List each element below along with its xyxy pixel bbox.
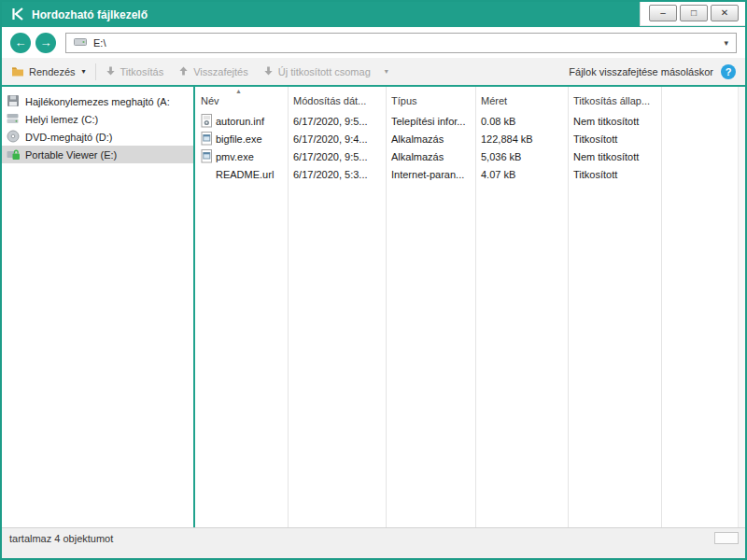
locked-drive-icon bbox=[7, 147, 21, 161]
file-name: autorun.inf bbox=[216, 116, 264, 127]
encrypt-label: Titkosítás bbox=[120, 66, 164, 77]
drive-sidebar: Hajlékonylemezes meghajtó (A: Helyi leme… bbox=[2, 87, 193, 527]
status-bar: tartalmaz 4 objektumot bbox=[2, 527, 745, 558]
file-encryption-status: Nem titkosított bbox=[568, 112, 661, 130]
portable-file-manager-window: Hordozható fájlkezelő – □ ✕ ← → E:\ ▾ bbox=[0, 0, 747, 560]
file-modified: 6/17/2020, 5:3... bbox=[288, 165, 386, 183]
decrypt-label: Visszafejtés bbox=[193, 66, 248, 77]
url-file-icon bbox=[201, 167, 213, 181]
sidebar-item-drive-d[interactable]: DVD-meghajtó (D:) bbox=[2, 128, 193, 146]
organize-label: Rendezés bbox=[29, 66, 76, 77]
navigation-bar: ← → E:\ ▾ bbox=[2, 27, 745, 58]
file-size: 122,884 kB bbox=[475, 130, 568, 147]
title-bar: Hordozható fájlkezelő – □ ✕ bbox=[2, 2, 745, 27]
arrow-down-icon bbox=[263, 65, 274, 78]
horizontal-scrollbar[interactable] bbox=[714, 532, 739, 544]
kaspersky-logo-icon bbox=[9, 6, 26, 22]
file-modified: 6/17/2020, 9:5... bbox=[288, 112, 386, 130]
sidebar-item-drive-c[interactable]: Helyi lemez (C:) bbox=[2, 110, 193, 128]
back-button[interactable]: ← bbox=[10, 33, 31, 53]
file-name: README.url bbox=[216, 169, 274, 180]
file-rows: autorun.inf 6/17/2020, 9:5... Telepítési… bbox=[195, 112, 737, 183]
drive-label: Portable Viewer (E:) bbox=[25, 149, 117, 161]
column-header-type[interactable]: Típus bbox=[386, 91, 475, 109]
drive-label: Hajlékonylemezes meghajtó (A: bbox=[25, 96, 170, 107]
forward-button[interactable]: → bbox=[35, 33, 56, 53]
file-modified: 6/17/2020, 9:4... bbox=[288, 130, 386, 147]
close-button[interactable]: ✕ bbox=[711, 5, 739, 21]
column-header-encryption-status[interactable]: Titkosítás állap... bbox=[568, 91, 661, 109]
file-encryption-status: Titkosított bbox=[568, 165, 661, 183]
dvd-drive-icon bbox=[7, 130, 21, 144]
file-list: ▲ Név Módosítás dát... Típus Méret Titko… bbox=[195, 87, 737, 527]
column-header-modified[interactable]: Módosítás dát... bbox=[288, 91, 386, 109]
file-row-pmv-exe[interactable]: pmv.exe 6/17/2020, 9:5... Alkalmazás 5,0… bbox=[195, 147, 737, 165]
exe-file-icon bbox=[201, 149, 213, 163]
file-type: Internet-paran... bbox=[386, 165, 475, 183]
help-icon[interactable]: ? bbox=[721, 64, 736, 79]
file-row-autorun-inf[interactable]: autorun.inf 6/17/2020, 9:5... Telepítési… bbox=[195, 112, 737, 130]
vertical-scrollbar[interactable] bbox=[738, 87, 745, 527]
toolbar: Rendezés ▾ Titkosítás Visszafejtés Új ti… bbox=[2, 58, 745, 87]
file-type: Alkalmazás bbox=[386, 130, 475, 147]
encrypt-button[interactable]: Titkosítás bbox=[106, 65, 164, 78]
file-type: Telepítési infor... bbox=[386, 112, 475, 130]
file-name: pmv.exe bbox=[216, 151, 254, 162]
file-row-readme-url[interactable]: README.url 6/17/2020, 5:3... Internet-pa… bbox=[195, 165, 737, 183]
folder-icon bbox=[11, 65, 24, 78]
sidebar-item-drive-e-selected[interactable]: Portable Viewer (E:) bbox=[2, 146, 193, 163]
window-title: Hordozható fájlkezelő bbox=[32, 8, 148, 21]
file-size: 4.07 kB bbox=[475, 165, 568, 183]
decrypt-button[interactable]: Visszafejtés bbox=[178, 65, 248, 78]
chevron-down-icon: ▾ bbox=[82, 67, 86, 76]
main-area: Hajlékonylemezes meghajtó (A: Helyi leme… bbox=[2, 87, 745, 527]
address-bar[interactable]: E:\ ▾ bbox=[65, 33, 737, 53]
file-name: bigfile.exe bbox=[216, 133, 262, 145]
file-size: 0.08 kB bbox=[475, 112, 568, 130]
floppy-drive-icon bbox=[7, 94, 21, 108]
chevron-down-icon[interactable]: ▾ bbox=[724, 38, 728, 48]
column-header-size[interactable]: Méret bbox=[475, 91, 568, 109]
drive-label: Helyi lemez (C:) bbox=[25, 114, 98, 125]
inf-file-icon bbox=[201, 114, 213, 128]
decrypt-on-copy-option[interactable]: Fájlok visszafejtése másoláskor ? bbox=[569, 64, 736, 79]
arrow-down-icon bbox=[106, 65, 116, 78]
column-headers: Név Módosítás dát... Típus Méret Titkosí… bbox=[195, 91, 737, 109]
drive-label: DVD-meghajtó (D:) bbox=[25, 132, 113, 143]
column-header-name[interactable]: Név bbox=[195, 91, 288, 109]
hard-drive-icon bbox=[7, 112, 21, 126]
new-package-label: Új titkosított csomag bbox=[278, 66, 371, 77]
file-encryption-status: Titkosított bbox=[568, 130, 661, 147]
organize-button[interactable]: Rendezés ▾ bbox=[11, 65, 86, 78]
file-type: Alkalmazás bbox=[386, 147, 475, 165]
toolbar-separator bbox=[95, 63, 96, 80]
file-row-bigfile-exe[interactable]: bigfile.exe 6/17/2020, 9:4... Alkalmazás… bbox=[195, 130, 737, 147]
decrypt-on-copy-label: Fájlok visszafejtése másoláskor bbox=[569, 66, 713, 77]
chevron-down-icon[interactable]: ▾ bbox=[385, 67, 388, 76]
file-size: 5,036 kB bbox=[475, 147, 568, 165]
file-encryption-status: Nem titkosított bbox=[568, 147, 661, 165]
file-modified: 6/17/2020, 9:5... bbox=[288, 147, 386, 165]
window-controls: – □ ✕ bbox=[640, 2, 745, 26]
status-text: tartalmaz 4 objektumot bbox=[9, 533, 113, 544]
sidebar-item-drive-a[interactable]: Hajlékonylemezes meghajtó (A: bbox=[2, 92, 193, 110]
maximize-button[interactable]: □ bbox=[680, 5, 708, 21]
exe-file-icon bbox=[201, 132, 213, 146]
address-text: E:\ bbox=[93, 37, 106, 49]
drive-icon bbox=[74, 36, 87, 49]
new-encrypted-package-button[interactable]: Új titkosított csomag ▾ bbox=[263, 65, 388, 78]
arrow-up-icon bbox=[178, 65, 189, 78]
minimize-button[interactable]: – bbox=[649, 5, 677, 21]
